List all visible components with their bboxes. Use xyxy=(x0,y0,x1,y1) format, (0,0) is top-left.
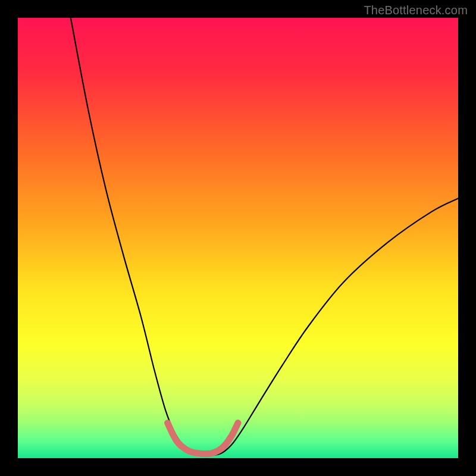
chart-stage: TheBottleneck.com xyxy=(0,0,476,476)
watermark-text: TheBottleneck.com xyxy=(364,4,468,17)
curves-layer xyxy=(18,18,458,458)
main-curve xyxy=(71,18,458,456)
plot-area xyxy=(18,18,458,458)
